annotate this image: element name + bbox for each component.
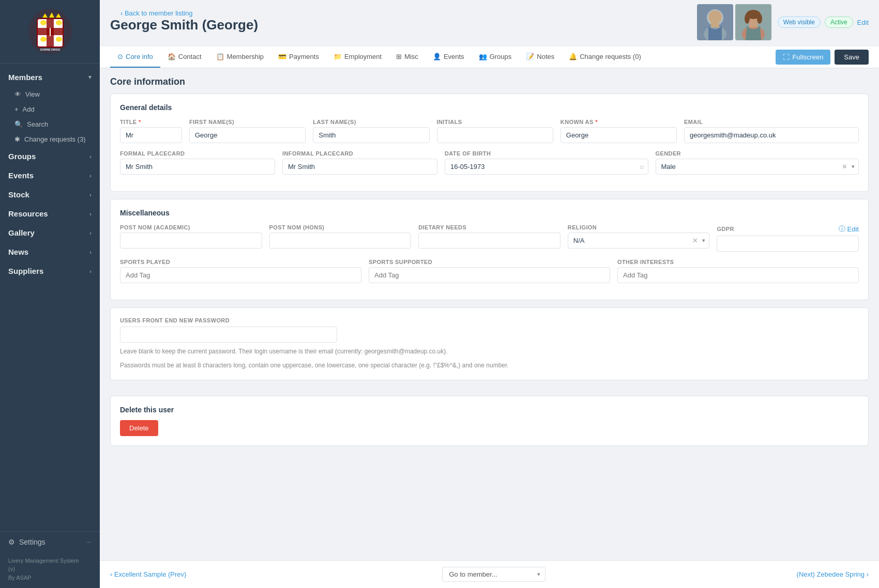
- gdpr-label: GDPR: [717, 226, 734, 232]
- footer-line1: Livery Management System: [8, 556, 92, 565]
- gender-label: GENDER: [656, 150, 859, 157]
- delete-section: Delete this user Delete: [120, 406, 859, 436]
- tab-employment[interactable]: 📁 Employment: [326, 47, 389, 68]
- status-badges: Web visible Active Edit: [778, 17, 869, 28]
- settings-arrow-icon: →: [85, 538, 92, 546]
- religion-select-wrapper: N/A Christian Muslim Jewish Hindu Buddhi…: [568, 233, 710, 249]
- edit-link[interactable]: Edit: [857, 19, 869, 26]
- gdpr-edit-link[interactable]: ⓘ Edit: [839, 224, 859, 234]
- initials-label: INITIALS: [437, 119, 553, 125]
- contact-tab-icon: 🏠: [168, 53, 176, 60]
- post-nom-hons-input[interactable]: [269, 233, 412, 249]
- post-nom-academic-input[interactable]: [120, 233, 262, 249]
- gdpr-input[interactable]: [717, 236, 859, 252]
- sports-played-input[interactable]: [120, 267, 361, 283]
- tab-label-membership: Membership: [227, 53, 264, 60]
- fullscreen-button[interactable]: ⛶ Fullscreen: [776, 50, 830, 65]
- payments-tab-icon: 💳: [278, 53, 286, 60]
- title-label: TITLE *: [120, 119, 182, 125]
- post-nom-academic-label: POST NOM (ACADEMIC): [120, 224, 262, 230]
- title-input[interactable]: [120, 127, 182, 143]
- initials-input[interactable]: [437, 127, 553, 143]
- prev-member-link[interactable]: ‹ Excellent Sample (Prev): [110, 570, 186, 578]
- tab-core-info[interactable]: ⊙ Core info: [110, 47, 160, 68]
- sidebar-group-header-resources[interactable]: Resources ›: [0, 204, 100, 223]
- svg-point-9: [40, 37, 47, 42]
- last-name-input[interactable]: [313, 127, 429, 143]
- password-hint-text-1: Leave blank to keep the current password…: [120, 348, 448, 355]
- sidebar-footer: Livery Management System (v) By ASAP: [0, 552, 100, 589]
- tab-label-notes: Notes: [537, 53, 554, 60]
- sidebar-group-news: News ›: [0, 242, 100, 261]
- next-member-link[interactable]: (Next) Zebedee Spring ›: [797, 570, 869, 578]
- tab-misc[interactable]: ⊞ Misc: [389, 47, 426, 68]
- sidebar-group-header-suppliers[interactable]: Suppliers ›: [0, 261, 100, 281]
- formal-placecard-group: FORMAL PLACECARD: [120, 150, 275, 175]
- save-button[interactable]: Save: [835, 50, 869, 65]
- known-as-req: *: [595, 119, 598, 125]
- dob-input[interactable]: [445, 159, 648, 175]
- sidebar-group-label-suppliers: Suppliers: [8, 267, 43, 275]
- sidebar-group-header-stock[interactable]: Stock ›: [0, 185, 100, 204]
- sidebar-nav: Members ▾ 👁 View + Add 🔍 Search ✱ Change…: [0, 64, 100, 531]
- sidebar-group-label-resources: Resources: [8, 209, 48, 218]
- tab-contact[interactable]: 🏠 Contact: [160, 47, 209, 68]
- password-input[interactable]: [120, 327, 337, 343]
- sidebar-group-label-groups: Groups: [8, 152, 36, 161]
- email-input[interactable]: [684, 127, 859, 143]
- form-row-2: FORMAL PLACECARD INFORMAL PLACECARD DATE…: [120, 150, 859, 175]
- header-right: Web visible Active Edit: [697, 4, 869, 40]
- svg-point-10: [56, 37, 62, 42]
- sidebar-group-label-gallery: Gallery: [8, 228, 35, 237]
- view-icon: 👁: [14, 90, 21, 98]
- sidebar-group-header-members[interactable]: Members ▾: [0, 68, 100, 87]
- formal-placecard-input[interactable]: [120, 159, 275, 175]
- other-interests-group: OTHER INTERESTS: [617, 259, 859, 283]
- sidebar-item-change-requests[interactable]: ✱ Change requests (3): [0, 132, 100, 147]
- tab-change-requests[interactable]: 🔔 Change requests (0): [562, 47, 648, 68]
- other-interests-input[interactable]: [617, 267, 859, 283]
- sidebar-settings[interactable]: ⚙ Settings →: [0, 531, 100, 552]
- gender-select-wrapper: Male Female Other ✕ ▾: [656, 159, 859, 175]
- tabs-bar: ⊙ Core info 🏠 Contact 📋 Membership 💳 Pay…: [100, 47, 879, 68]
- tab-membership[interactable]: 📋 Membership: [209, 47, 271, 68]
- password-hint-2: Passwords must be at least 8 characters …: [120, 361, 859, 370]
- svg-rect-11: [50, 28, 51, 36]
- sidebar-group-members: Members ▾ 👁 View + Add 🔍 Search ✱ Change…: [0, 68, 100, 147]
- sports-supported-group: SPORTS SUPPORTED: [369, 259, 610, 283]
- other-interests-label: OTHER INTERESTS: [617, 259, 859, 265]
- avatar-female: [735, 4, 771, 40]
- tab-notes[interactable]: 📝 Notes: [519, 47, 562, 68]
- chevron-right-icon: ›: [89, 153, 92, 160]
- chevron-right-icon-4: ›: [89, 211, 92, 217]
- delete-button[interactable]: Delete: [120, 420, 158, 436]
- back-link[interactable]: ‹ Back to member listing: [110, 4, 258, 17]
- known-as-group: KNOWN AS *: [560, 119, 677, 143]
- religion-clear-icon[interactable]: ✕: [692, 237, 698, 244]
- sidebar-item-search[interactable]: 🔍 Search: [0, 117, 100, 132]
- known-as-input[interactable]: [560, 127, 677, 143]
- core-info-tab-icon: ⊙: [117, 53, 123, 60]
- gender-clear-icon[interactable]: ✕: [842, 163, 847, 171]
- chevron-right-icon-3: ›: [89, 192, 92, 198]
- sidebar-group-resources: Resources ›: [0, 204, 100, 223]
- sidebar-group-header-events[interactable]: Events ›: [0, 166, 100, 185]
- sports-supported-input[interactable]: [369, 267, 610, 283]
- gender-select[interactable]: Male Female Other: [656, 159, 859, 175]
- active-badge: Active: [825, 17, 853, 28]
- tab-groups[interactable]: 👥 Groups: [472, 47, 519, 68]
- sidebar-group-header-news[interactable]: News ›: [0, 242, 100, 261]
- dietary-needs-input[interactable]: [418, 233, 560, 249]
- tab-label-payments: Payments: [289, 53, 319, 60]
- religion-select[interactable]: N/A Christian Muslim Jewish Hindu Buddhi…: [568, 233, 710, 249]
- sidebar-group-header-groups[interactable]: Groups ›: [0, 147, 100, 166]
- sidebar-item-add[interactable]: + Add: [0, 102, 100, 117]
- tab-payments[interactable]: 💳 Payments: [271, 47, 326, 68]
- sidebar-item-view[interactable]: 👁 View: [0, 87, 100, 102]
- tab-events[interactable]: 👤 Events: [426, 47, 472, 68]
- sidebar-group-header-gallery[interactable]: Gallery ›: [0, 223, 100, 242]
- first-name-input[interactable]: [189, 127, 306, 143]
- informal-placecard-input[interactable]: [282, 159, 437, 175]
- goto-member-select[interactable]: Go to member...: [442, 567, 545, 582]
- tab-label-events: Events: [444, 53, 464, 60]
